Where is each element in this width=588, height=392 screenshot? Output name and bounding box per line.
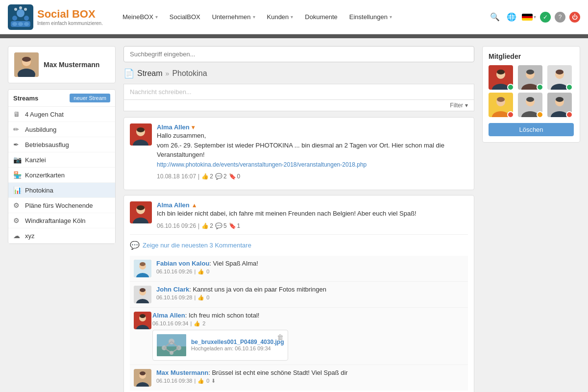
sidebar-item-ausbildung[interactable]: ✏ Ausbildung xyxy=(8,122,115,137)
filter-arrow-icon[interactable]: ▾ xyxy=(465,102,468,109)
svg-point-23 xyxy=(137,205,145,210)
comment-4-meta: 06.10.16 09:38 | 👍 0 ⬇ xyxy=(156,378,464,384)
nav-item-socialbox[interactable]: SocialBOX xyxy=(165,9,205,24)
breadcrumb: 📄 Stream » Photokina xyxy=(123,68,474,79)
logo[interactable]: Social BOX Intern einfach kommunizieren. xyxy=(8,4,103,30)
pencil-icon: ✏ xyxy=(13,125,21,133)
svg-point-7 xyxy=(24,8,27,11)
help-icon[interactable]: ? xyxy=(555,12,565,23)
post-2-meta: Alma Allen ▲ Ich bin leider nicht dabei,… xyxy=(157,201,468,229)
show-comments-button[interactable]: 💬 Zeige nur die neuesten 3 Kommentare xyxy=(130,239,468,252)
status-check-icon[interactable]: ✓ xyxy=(540,12,551,23)
center-content: 📄 Stream » Photokina Nachricht schreiben… xyxy=(123,46,474,392)
status-badge xyxy=(537,111,543,118)
streams-title: Streams xyxy=(13,95,38,102)
camera-icon: 📷 xyxy=(13,156,21,164)
compose-placeholder: Nachricht schreiben... xyxy=(130,88,192,96)
avatar xyxy=(130,123,152,146)
monitor-icon: 🖥 xyxy=(13,110,21,118)
member-5[interactable] xyxy=(518,93,542,117)
member-3[interactable] xyxy=(547,65,572,90)
power-icon[interactable]: ⏻ xyxy=(569,12,580,23)
chevron-down-icon: ▾ xyxy=(534,14,536,20)
sidebar-item-photokina[interactable]: 📊 Photokina xyxy=(8,183,115,198)
comment-2-meta: 06.10.16 09:28 | 👍 0 xyxy=(156,294,464,301)
comment-4: Max Mustermann: Brüssel ist echt eine sc… xyxy=(130,365,468,391)
logo-text: Social BOX Intern einfach kommunizieren. xyxy=(37,8,103,26)
svg-point-69 xyxy=(526,97,534,102)
member-6[interactable] xyxy=(547,93,572,117)
left-sidebar: Max Mustermann Streams neuer Stream 🖥 4 … xyxy=(8,46,116,392)
comment-3-body: Alma Allen: Ich freu mich schon total! 0… xyxy=(152,312,288,361)
delete-button[interactable]: Löschen xyxy=(489,123,574,136)
user-card: Max Mustermann xyxy=(8,46,116,83)
post-1-bookmarks: 🔖 0 xyxy=(229,173,241,180)
thumbs-up-icon: 👍 xyxy=(197,269,204,275)
sidebar-item-plaene[interactable]: ⚙ Pläne fürs Wochenende xyxy=(8,198,115,213)
svg-point-35 xyxy=(140,314,146,318)
nav-item-einstellungen[interactable]: Einstellungen ▾ xyxy=(344,9,397,24)
post-2-header: Alma Allen ▲ Ich bin leider nicht dabei,… xyxy=(130,201,468,229)
nav-item-kunden[interactable]: Kunden ▾ xyxy=(262,9,298,24)
post-2: Alma Allen ▲ Ich bin leider nicht dabei,… xyxy=(123,195,474,392)
breadcrumb-stream: Stream xyxy=(137,69,163,78)
sidebar-item-4augenchat[interactable]: 🖥 4 Augen Chat xyxy=(8,107,115,122)
post-1-link[interactable]: http://www.photokina.de/events/veranstal… xyxy=(157,161,367,168)
chevron-down-icon: ▾ xyxy=(155,14,158,20)
svg-point-8 xyxy=(12,22,17,26)
globe-icon[interactable]: 🌐 xyxy=(505,11,518,24)
members-grid xyxy=(489,65,574,117)
member-4[interactable] xyxy=(489,93,513,117)
sidebar-item-kanzlei[interactable]: 📷 Kanzlei xyxy=(8,152,115,168)
compose-box[interactable]: Nachricht schreiben... xyxy=(123,84,474,100)
sidebar-item-konzertkarten[interactable]: 🏪 Konzertkarten xyxy=(8,168,115,183)
post-1-comments: 💬 2 xyxy=(215,173,227,180)
search-input[interactable] xyxy=(130,50,468,58)
svg-point-57 xyxy=(526,70,534,74)
bookmark-icon: 🔖 xyxy=(229,173,236,180)
dark-band xyxy=(0,34,588,38)
comment-1-meta: 06.10.16 09:26 | 👍 0 xyxy=(156,269,464,275)
new-stream-button[interactable]: neuer Stream xyxy=(70,94,110,102)
svg-point-45 xyxy=(170,351,173,355)
status-badge xyxy=(537,84,543,91)
svg-point-15 xyxy=(22,57,31,62)
chart-icon: 📊 xyxy=(13,186,21,194)
download-icon[interactable]: ⬇ xyxy=(211,378,216,384)
svg-point-5 xyxy=(14,8,17,11)
svg-point-53 xyxy=(497,70,505,74)
nav-item-dokumente[interactable]: Dokumente xyxy=(300,9,342,24)
member-2[interactable] xyxy=(518,65,542,90)
speech-bubble-icon: 💬 xyxy=(130,241,140,250)
main-layout: Max Mustermann Streams neuer Stream 🖥 4 … xyxy=(0,38,588,392)
avatar xyxy=(130,201,152,223)
post-1-meta: Alma Allen ▾ Hallo zusammen, vom 26.- 29… xyxy=(157,123,468,180)
sidebar-item-betriebsausflug[interactable]: ✒ Betriebsausflug xyxy=(8,137,115,152)
attachment-filename[interactable]: be_bruxelles001_P0489_4030.jpg xyxy=(191,339,284,345)
post-1: Alma Allen ▾ Hallo zusammen, vom 26.- 29… xyxy=(123,117,474,190)
svg-point-10 xyxy=(24,22,29,26)
breadcrumb-current: Photokina xyxy=(172,69,207,78)
comment-4-body: Max Mustermann: Brüssel ist echt eine sc… xyxy=(156,369,464,384)
logo-title-part1: Social xyxy=(37,8,69,20)
svg-point-1 xyxy=(17,9,24,17)
avatar xyxy=(134,286,151,303)
delete-icon[interactable]: 🗑 xyxy=(277,333,284,341)
member-1[interactable] xyxy=(489,65,513,90)
sidebar-item-xyz[interactable]: ☁ xyz xyxy=(8,228,115,244)
comment-3: Alma Allen: Ich freu mich schon total! 0… xyxy=(130,308,468,365)
right-sidebar: Mitglieder xyxy=(482,46,580,392)
thumbs-up-icon: 👍 xyxy=(201,173,209,180)
post-1-likes: 👍 2 xyxy=(201,173,213,180)
svg-point-61 xyxy=(556,70,564,74)
avatar xyxy=(134,312,151,329)
language-selector[interactable]: ▾ xyxy=(522,14,536,21)
svg-point-65 xyxy=(497,97,505,102)
filter-bar: Filter ▾ xyxy=(123,100,474,111)
logo-subtitle: Intern einfach kommunizieren. xyxy=(37,21,103,26)
logo-title-part2: BOX xyxy=(72,8,96,20)
nav-item-unternehmen[interactable]: Unternehmen ▾ xyxy=(207,9,260,24)
sidebar-item-windkraft[interactable]: ⚙ Windkraftanlage Köln xyxy=(8,213,115,228)
nav-item-meinebox[interactable]: MeineBOX ▾ xyxy=(118,9,163,24)
search-icon[interactable]: 🔍 xyxy=(489,11,501,24)
